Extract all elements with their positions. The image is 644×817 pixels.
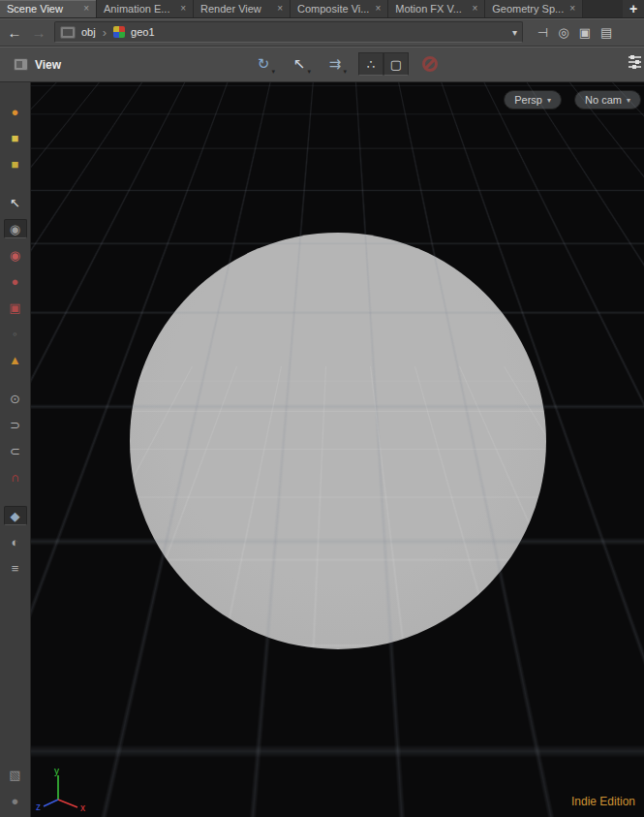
tab-composite-view[interactable]: Composite Vi... × — [291, 0, 388, 17]
options-dot-icon[interactable]: ● — [4, 791, 27, 810]
geometry-node-icon — [113, 26, 125, 38]
magnet-snap-icon[interactable]: ∩ — [4, 467, 27, 487]
frame-display-toggle[interactable]: ▢ — [383, 52, 409, 76]
close-icon[interactable]: × — [277, 4, 283, 14]
breadcrumb-node[interactable]: geo1 — [131, 26, 154, 38]
axis-gizmo: y x z — [35, 765, 95, 813]
select-arrow-icon[interactable]: ↖ — [4, 193, 27, 212]
chevron-down-icon: ▾ — [271, 68, 275, 76]
tumble-view-icon: ↻ — [258, 55, 270, 73]
new-tab-button[interactable]: + — [623, 0, 644, 17]
select-view-tool[interactable]: ↖ ▾ — [286, 52, 313, 76]
yellow-box-icon[interactable]: ■ — [4, 154, 27, 173]
chevron-down-icon: ▾ — [343, 68, 347, 76]
red-ring-icon[interactable]: ● — [4, 271, 27, 291]
viewport-tool-strip: ● ■ ■ ↖ ◉ ◉ ● ▣ ◦ ▲ ⊙ ⊃ ⊂ ∩ ◆ ◐ ≡ ▧ ● — [0, 82, 31, 817]
hook-b-icon[interactable]: ⊃ — [4, 415, 27, 434]
projection-menu-button[interactable]: Persp ▾ — [504, 90, 562, 110]
lock-icon[interactable]: ◉ — [4, 219, 27, 238]
close-icon[interactable]: × — [472, 4, 477, 14]
snap-align-tool[interactable]: ⇉ ▾ — [322, 52, 349, 76]
dim-dot-icon[interactable]: ◦ — [4, 324, 27, 343]
camera-menu-button[interactable]: No cam ▾ — [574, 90, 641, 110]
tab-label: Animation E... — [104, 3, 169, 15]
tab-label: Render View — [200, 3, 261, 15]
grid-capture-icon[interactable]: ▧ — [4, 765, 27, 784]
panel-link-icon[interactable]: ▣ — [579, 25, 591, 40]
tab-label: Motion FX V... — [395, 3, 462, 15]
close-icon[interactable]: × — [375, 4, 381, 14]
path-dropdown-icon[interactable]: ▾ — [512, 27, 517, 38]
tab-animation-editor[interactable]: Animation E... × — [97, 0, 194, 17]
tab-label: Geometry Sp... — [492, 3, 564, 15]
tab-label: Scene View — [7, 3, 63, 15]
tab-scene-view[interactable]: Scene View × — [0, 0, 97, 17]
axis-y-label: y — [54, 766, 59, 776]
chevron-down-icon: ▾ — [627, 96, 630, 105]
orange-ball-icon[interactable]: ● — [4, 102, 27, 121]
tab-geometry-spreadsheet[interactable]: Geometry Sp... × — [485, 0, 583, 17]
chevron-down-icon: ▾ — [307, 68, 311, 76]
tab-render-view[interactable]: Render View × — [194, 0, 291, 17]
pin-panel-icon[interactable]: ⊣ — [537, 25, 548, 40]
edition-watermark: Indie Edition — [571, 795, 635, 808]
axis-z-label: z — [36, 801, 41, 812]
close-icon[interactable]: × — [83, 4, 89, 14]
chevron-down-icon: ▾ — [547, 96, 551, 105]
obj-network-icon — [60, 26, 76, 39]
path-bar: ← → obj › geo1 ▾ ⊣ ◎ ▣ ▤ — [0, 18, 644, 47]
points-display-toggle[interactable]: ∴ — [358, 52, 383, 76]
snap-align-icon: ⇉ — [329, 55, 342, 73]
follow-target-icon[interactable]: ◎ — [558, 25, 568, 40]
sphere-geometry[interactable] — [130, 233, 546, 649]
tab-label: Composite Vi... — [297, 3, 369, 15]
toolbar-title: View — [35, 58, 61, 72]
network-path-field[interactable]: obj › geo1 ▾ — [54, 21, 523, 43]
view-pane-icon — [14, 58, 28, 71]
close-icon[interactable]: × — [569, 4, 575, 14]
display-toggle-group: ∴ ▢ — [358, 52, 409, 76]
axis-x-label: x — [80, 802, 85, 813]
no-entry-icon[interactable] — [422, 56, 438, 72]
close-icon[interactable]: × — [180, 4, 186, 14]
scene-viewport[interactable]: Persp ▾ No cam ▾ y x z Indie Edition — [31, 82, 644, 817]
view-tool-group: ↻ ▾ ↖ ▾ ⇉ ▾ — [250, 52, 349, 76]
globe-icon[interactable]: ◐ — [4, 532, 27, 551]
display-mode-icon[interactable]: ◆ — [4, 506, 27, 525]
yellow-note-icon[interactable]: ■ — [4, 128, 27, 147]
pane-layout-icon[interactable]: ▤ — [600, 25, 612, 40]
hook-c-icon[interactable]: ⊂ — [4, 441, 27, 460]
path-bar-actions: ⊣ ◎ ▣ ▤ — [537, 25, 612, 40]
pane-tab-bar: Scene View × Animation E... × Render Vie… — [0, 0, 644, 18]
forward-arrow-icon[interactable]: → — [30, 24, 47, 41]
layers-icon[interactable]: ≡ — [4, 558, 27, 578]
display-options-sliders-icon[interactable] — [629, 56, 641, 68]
tab-motion-fx-view[interactable]: Motion FX V... × — [388, 0, 485, 17]
frame-display-icon: ▢ — [390, 57, 402, 72]
select-cursor-icon: ↖ — [293, 55, 306, 73]
breadcrumb-separator-icon: › — [103, 25, 107, 40]
view-toolbar: View ↻ ▾ ↖ ▾ ⇉ ▾ ∴ ▢ — [0, 47, 644, 82]
tumble-view-tool[interactable]: ↻ ▾ — [250, 52, 277, 76]
points-display-icon: ∴ — [367, 57, 375, 72]
hook-a-icon[interactable]: ⊙ — [4, 389, 27, 408]
back-arrow-icon[interactable]: ← — [6, 24, 23, 41]
breadcrumb-root[interactable]: obj — [81, 26, 96, 38]
pose-tool-icon[interactable]: ▲ — [4, 350, 27, 369]
object-select-icon[interactable]: ◉ — [4, 245, 27, 265]
red-box-icon[interactable]: ▣ — [4, 298, 27, 317]
